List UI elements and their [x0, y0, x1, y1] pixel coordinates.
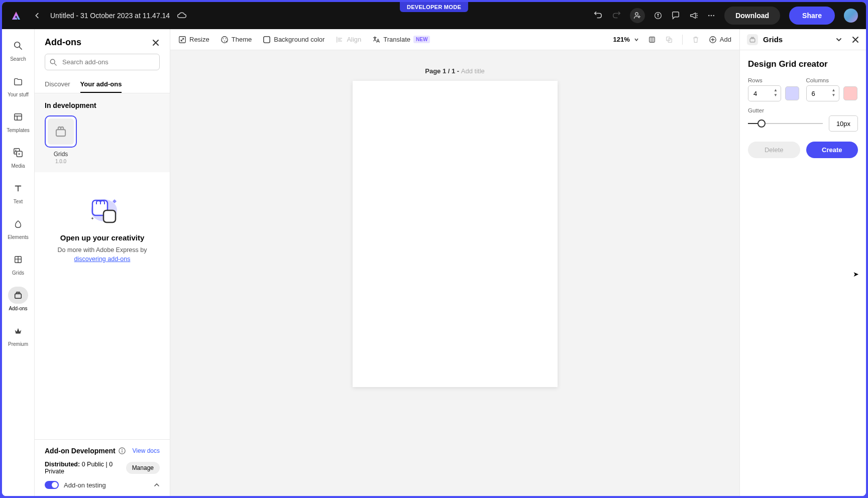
- discover-addons-link[interactable]: discovering add-ons: [74, 256, 131, 263]
- gutter-input[interactable]: [829, 115, 858, 132]
- stepper-down-icon[interactable]: ▼: [774, 93, 778, 98]
- developer-mode-badge: DEVELOPER MODE: [400, 2, 468, 12]
- manage-button[interactable]: Manage: [126, 462, 160, 474]
- invite-button[interactable]: [630, 8, 645, 23]
- canvas-page[interactable]: [353, 81, 558, 387]
- rows-label: Rows: [748, 77, 800, 83]
- user-avatar[interactable]: [844, 9, 858, 23]
- slider-thumb[interactable]: [757, 119, 766, 128]
- rail-media[interactable]: Media: [8, 144, 28, 169]
- help-icon[interactable]: [654, 12, 662, 20]
- app-logo[interactable]: [10, 10, 22, 22]
- add-page-button[interactable]: Add: [709, 36, 731, 44]
- stepper-down-icon[interactable]: ▼: [832, 93, 836, 98]
- translate-button[interactable]: TranslateNEW: [372, 36, 430, 44]
- svg-point-13: [50, 59, 55, 64]
- rail-templates[interactable]: Templates: [7, 108, 30, 133]
- rail-your-stuff[interactable]: Your stuff: [8, 73, 29, 97]
- svg-rect-26: [649, 37, 655, 42]
- rail-elements[interactable]: Elements: [8, 215, 29, 240]
- cols-value[interactable]: [812, 90, 827, 97]
- chevron-down-icon: [634, 37, 639, 42]
- gutter-slider[interactable]: [748, 123, 823, 124]
- rail-label: Templates: [7, 128, 30, 133]
- distributed-label: Distributed:: [45, 461, 80, 468]
- svg-rect-7: [15, 114, 22, 120]
- svg-point-22: [223, 38, 224, 39]
- rows-input[interactable]: ▲▼: [748, 85, 781, 101]
- delete-button: Delete: [748, 142, 800, 158]
- rail-addons[interactable]: Add-ons: [8, 287, 28, 311]
- share-button[interactable]: Share: [789, 7, 835, 25]
- rail-premium[interactable]: Premium: [8, 322, 28, 347]
- undo-icon[interactable]: [594, 11, 603, 20]
- page-number: Page 1 / 1 -: [425, 67, 461, 75]
- create-button[interactable]: Create: [806, 142, 858, 158]
- search-icon: [50, 59, 57, 66]
- announce-icon[interactable]: [689, 11, 698, 20]
- zoom-value: 121%: [613, 36, 630, 43]
- svg-point-23: [226, 38, 227, 39]
- chevron-down-icon[interactable]: [836, 37, 842, 43]
- align-label: Align: [347, 36, 361, 43]
- grid-creator-title: Design Grid creator: [748, 59, 858, 69]
- document-title[interactable]: Untitled - 31 October 2023 at 11.47.14: [50, 12, 170, 20]
- back-button[interactable]: [32, 11, 42, 21]
- svg-rect-12: [15, 294, 22, 298]
- add-label: Add: [720, 36, 731, 43]
- cols-color-swatch[interactable]: [843, 86, 857, 100]
- page-label[interactable]: Page 1 / 1 - Add title: [425, 67, 485, 75]
- addon-name: Grids: [54, 151, 68, 158]
- promo-illustration: [86, 189, 119, 224]
- rows-color-swatch[interactable]: [785, 86, 799, 100]
- bgcolor-button[interactable]: Background color: [263, 36, 324, 44]
- rail-label: Your stuff: [8, 92, 29, 97]
- resize-button[interactable]: Resize: [178, 36, 209, 44]
- theme-label: Theme: [232, 36, 252, 43]
- more-icon[interactable]: [707, 12, 715, 20]
- layers-icon[interactable]: [648, 36, 656, 44]
- canvas-area[interactable]: Page 1 / 1 - Add title: [170, 50, 739, 496]
- rail-text[interactable]: Text: [8, 180, 28, 204]
- svg-point-5: [713, 15, 715, 17]
- addon-card-grids[interactable]: Grids 1.0.0: [45, 115, 77, 164]
- download-button[interactable]: Download: [724, 7, 780, 25]
- rail-label: Media: [11, 163, 25, 169]
- cols-input[interactable]: ▲▼: [806, 85, 839, 101]
- close-panel-icon[interactable]: [852, 36, 859, 43]
- cloud-sync-icon[interactable]: [177, 12, 187, 20]
- svg-point-3: [708, 15, 710, 17]
- addons-title: Add-ons: [45, 37, 81, 48]
- left-rail: Search Your stuff Templates Media Text E…: [2, 29, 35, 496]
- rows-value[interactable]: [753, 90, 769, 97]
- redo-icon[interactable]: [612, 11, 621, 20]
- view-docs-link[interactable]: View docs: [133, 447, 160, 454]
- rail-label: Grids: [12, 270, 24, 276]
- gutter-label: Gutter: [748, 107, 858, 113]
- svg-rect-25: [264, 36, 270, 42]
- chevron-up-icon[interactable]: [154, 482, 160, 488]
- svg-point-19: [122, 449, 123, 450]
- rail-grids[interactable]: Grids: [8, 251, 28, 276]
- tab-your-addons[interactable]: Your add-ons: [80, 76, 122, 93]
- rail-label: Text: [14, 199, 23, 204]
- rail-label: Premium: [8, 341, 28, 347]
- comment-icon[interactable]: [671, 11, 680, 20]
- svg-rect-17: [103, 210, 116, 222]
- testing-toggle[interactable]: [45, 481, 59, 489]
- right-panel: Grids Design Grid creator Rows ▲▼ Colum: [739, 29, 866, 496]
- promo-heading: Open up your creativity: [60, 233, 145, 242]
- search-addons-input[interactable]: [45, 54, 160, 70]
- theme-button[interactable]: Theme: [221, 36, 252, 44]
- tab-discover[interactable]: Discover: [45, 76, 70, 93]
- svg-point-6: [15, 42, 20, 48]
- zoom-control[interactable]: 121%: [613, 36, 639, 43]
- duplicate-icon: [665, 36, 673, 44]
- rail-search[interactable]: Search: [8, 37, 28, 62]
- info-icon[interactable]: [119, 447, 126, 454]
- svg-point-4: [711, 15, 712, 17]
- close-panel-icon[interactable]: [152, 39, 160, 47]
- svg-point-24: [224, 40, 225, 41]
- svg-point-0: [635, 13, 638, 16]
- resize-label: Resize: [189, 36, 209, 43]
